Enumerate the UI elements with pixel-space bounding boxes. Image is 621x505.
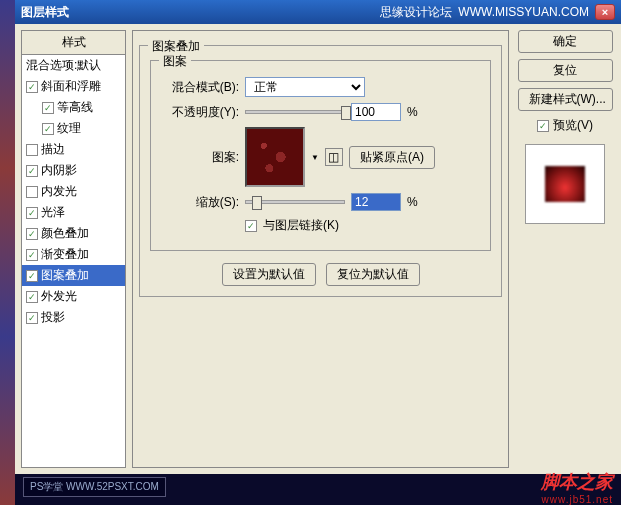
style-checkbox[interactable]: ✓ [26, 81, 38, 93]
sidebar-item-1[interactable]: ✓等高线 [22, 97, 125, 118]
style-checkbox[interactable]: ✓ [26, 207, 38, 219]
jb-watermark: 脚本之家 [541, 470, 613, 494]
dialog-body: 样式 混合选项:默认 ✓斜面和浮雕✓等高线✓纹理✓描边✓内阴影✓内发光✓光泽✓颜… [15, 24, 621, 474]
set-default-button[interactable]: 设置为默认值 [222, 263, 316, 286]
opacity-label: 不透明度(Y): [161, 104, 239, 121]
scale-label: 缩放(S): [161, 194, 239, 211]
blend-mode-select[interactable]: 正常 [245, 77, 365, 97]
style-checkbox[interactable]: ✓ [42, 102, 54, 114]
style-label: 颜色叠加 [41, 225, 89, 242]
opacity-slider[interactable] [245, 110, 345, 114]
style-checkbox[interactable]: ✓ [26, 144, 38, 156]
pattern-label: 图案: [161, 149, 239, 166]
preview-checkbox[interactable]: ✓ [537, 120, 549, 132]
ps-watermark: PS学堂 WWW.52PSXT.COM [23, 477, 166, 497]
style-label: 投影 [41, 309, 65, 326]
style-checkbox[interactable]: ✓ [26, 249, 38, 261]
sidebar-item-4[interactable]: ✓内阴影 [22, 160, 125, 181]
style-label: 渐变叠加 [41, 246, 89, 263]
style-checkbox[interactable]: ✓ [26, 228, 38, 240]
sidebar-item-6[interactable]: ✓光泽 [22, 202, 125, 223]
blend-options[interactable]: 混合选项:默认 [22, 55, 125, 76]
style-label: 内阴影 [41, 162, 77, 179]
main-panel: 图案叠加 图案 混合模式(B): 正常 不透明度(Y): 100 % 图案: ▼ [132, 30, 509, 468]
ok-button[interactable]: 确定 [518, 30, 613, 53]
inner-group-title: 图案 [159, 53, 191, 70]
style-checkbox[interactable]: ✓ [26, 270, 38, 282]
blend-mode-label: 混合模式(B): [161, 79, 239, 96]
style-label: 等高线 [57, 99, 93, 116]
style-checkbox[interactable]: ✓ [42, 123, 54, 135]
sidebar-item-9[interactable]: ✓图案叠加 [22, 265, 125, 286]
new-style-button[interactable]: 新建样式(W)... [518, 88, 613, 111]
snap-origin-button[interactable]: 贴紧原点(A) [349, 146, 435, 169]
style-label: 纹理 [57, 120, 81, 137]
style-checkbox[interactable]: ✓ [26, 291, 38, 303]
style-checkbox[interactable]: ✓ [26, 186, 38, 198]
title-bar: 图层样式 思缘设计论坛 WWW.MISSYUAN.COM × [15, 0, 621, 24]
cancel-button[interactable]: 复位 [518, 59, 613, 82]
sidebar-item-0[interactable]: ✓斜面和浮雕 [22, 76, 125, 97]
forum-text: 思缘设计论坛 [380, 4, 452, 21]
scale-value[interactable]: 12 [351, 193, 401, 211]
style-label: 外发光 [41, 288, 77, 305]
styles-sidebar: 样式 混合选项:默认 ✓斜面和浮雕✓等高线✓纹理✓描边✓内阴影✓内发光✓光泽✓颜… [21, 30, 126, 468]
close-icon[interactable]: × [595, 4, 615, 20]
link-layer-checkbox[interactable]: ✓ [245, 220, 257, 232]
preview-thumbnail [525, 144, 605, 224]
link-layer-label: 与图层链接(K) [263, 217, 339, 234]
sidebar-header: 样式 [22, 31, 125, 55]
sidebar-item-5[interactable]: ✓内发光 [22, 181, 125, 202]
style-label: 光泽 [41, 204, 65, 221]
reset-default-button[interactable]: 复位为默认值 [326, 263, 420, 286]
style-label: 内发光 [41, 183, 77, 200]
sidebar-item-11[interactable]: ✓投影 [22, 307, 125, 328]
pattern-preview[interactable] [245, 127, 305, 187]
preview-label: 预览(V) [553, 117, 593, 134]
style-checkbox[interactable]: ✓ [26, 165, 38, 177]
style-checkbox[interactable]: ✓ [26, 312, 38, 324]
new-pattern-icon[interactable]: ◫ [325, 148, 343, 166]
right-column: 确定 复位 新建样式(W)... ✓ 预览(V) [515, 30, 615, 468]
sidebar-item-2[interactable]: ✓纹理 [22, 118, 125, 139]
sidebar-item-3[interactable]: ✓描边 [22, 139, 125, 160]
jb-url: www.jb51.net [541, 494, 613, 505]
sidebar-item-10[interactable]: ✓外发光 [22, 286, 125, 307]
scale-slider[interactable] [245, 200, 345, 204]
opacity-value[interactable]: 100 [351, 103, 401, 121]
watermarks: PS学堂 WWW.52PSXT.COM 脚本之家 www.jb51.net [15, 473, 621, 501]
style-label: 图案叠加 [41, 267, 89, 284]
forum-url: WWW.MISSYUAN.COM [458, 5, 589, 19]
style-label: 描边 [41, 141, 65, 158]
window-title: 图层样式 [21, 4, 69, 21]
sidebar-item-8[interactable]: ✓渐变叠加 [22, 244, 125, 265]
sidebar-item-7[interactable]: ✓颜色叠加 [22, 223, 125, 244]
style-label: 斜面和浮雕 [41, 78, 101, 95]
